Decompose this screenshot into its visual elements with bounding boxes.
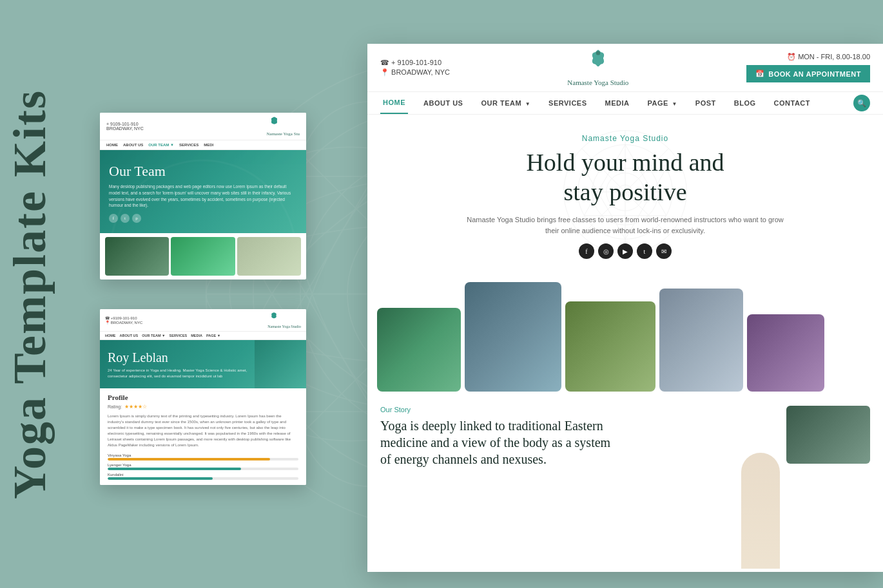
star-rating: ★★★★☆ [124, 404, 147, 410]
logo-text: Namaste Yoga Studio [567, 79, 628, 86]
page-dropdown-arrow: ▼ [672, 101, 677, 107]
card2-nav-page[interactable]: PAGE ▼ [206, 334, 220, 337]
nav-services[interactable]: SERVICES [546, 93, 589, 113]
card2-contact: ☎ +9109-101-910 📍 BROADWAY, NYC [105, 316, 142, 325]
bar-vinyasa-fill [108, 458, 270, 460]
logo: Namaste Yoga Studio [567, 49, 628, 86]
card2-hero: Roy Leblan 24 Year of experience in Yoga… [100, 340, 306, 388]
card1-nav-services[interactable]: SERVICES [179, 143, 199, 147]
bar-kundalini: Kundalini [108, 473, 298, 480]
card1-logo-text: Namaste Yoga Stu [266, 131, 300, 137]
facebook-icon[interactable]: f [579, 243, 594, 259]
card1-tw-icon[interactable]: t [121, 214, 130, 223]
nav-contact[interactable]: CONTACT [771, 93, 813, 113]
person-name: Roy Leblan [108, 350, 298, 365]
card2-nav-services[interactable]: SERVICES [170, 334, 188, 337]
gallery-image-4 [659, 289, 743, 392]
navigation-bar: HOME ABOUT US OUR TEAM ▼ SERVICES MEDIA … [367, 92, 883, 115]
card2-nav-about[interactable]: ABOUT US [120, 334, 139, 337]
card2-logo: Namaste Yoga Studio [267, 312, 301, 328]
vertical-text-container: Yoga Template Kits [6, 89, 53, 498]
card1-social-icons: f t p [109, 214, 297, 223]
bar-vinyasa-track [108, 458, 298, 460]
card1-nav-ourteam[interactable]: OUR TEAM ▼ [148, 143, 174, 147]
address: 📍 BROADWAY, NYC [380, 68, 450, 77]
hero-section: Namaste Yoga Studio Hold your mind and s… [367, 115, 883, 282]
card1-img-1 [105, 237, 169, 276]
card1-nav-about[interactable]: ABOUT US [123, 143, 143, 147]
gallery-image-2 [465, 282, 561, 392]
card1-description: Many desktop publishing packages and web… [109, 184, 297, 209]
overlay-card-roy-leblanc: ☎ +9109-101-910 📍 BROADWAY, NYC Namaste … [100, 309, 306, 485]
hero-description: Namaste Yoga Studio brings free classes … [464, 214, 786, 236]
profile-title: Profile [108, 394, 298, 401]
card1-nav-media[interactable]: MEDI [204, 143, 213, 147]
nav-post[interactable]: POST [693, 93, 719, 113]
our-story-section: Our Story Yoga is deeply linked to tradi… [367, 399, 883, 474]
twitter-icon[interactable]: t [637, 243, 652, 259]
overlay-card-our-team: + 9109-101-910 BROADWAY, NYC Namaste Yog… [100, 113, 306, 280]
top-bar: ☎ + 9109-101-910 📍 BROADWAY, NYC Namaste… [367, 44, 883, 92]
card1-logo-icon [266, 116, 282, 129]
card1-nav: HOME ABOUT US OUR TEAM ▼ SERVICES MEDI [100, 140, 306, 150]
bar-vinyasa: Vinyasa Yoga [108, 453, 298, 460]
story-text: Our Story Yoga is deeply linked to tradi… [380, 406, 773, 468]
gallery-row [367, 282, 883, 399]
card1-images [100, 233, 306, 280]
bar-lyenger-fill [108, 468, 241, 470]
story-label: Our Story [380, 406, 773, 413]
nav-media[interactable]: MEDIA [603, 93, 632, 113]
card1-address: BROADWAY, NYC [106, 126, 144, 131]
hand-decoration [741, 453, 780, 569]
card1-topbar: + 9109-101-910 BROADWAY, NYC Namaste Yog… [100, 113, 306, 140]
person-description: 24 Year of experience in Yoga and Healin… [108, 368, 249, 379]
gallery-image-5 [747, 314, 824, 392]
story-image [786, 406, 870, 464]
bar-kundalini-fill [108, 477, 213, 480]
vertical-text: Yoga Template Kits [6, 89, 53, 498]
hours: ⏰ MON - FRI, 8.00-18.00 [787, 53, 870, 61]
card2-nav-home[interactable]: HOME [105, 334, 116, 337]
card2-topbar: ☎ +9109-101-910 📍 BROADWAY, NYC Namaste … [100, 309, 306, 332]
rating-label: Rating: [108, 404, 122, 409]
nav-blog[interactable]: BLOG [732, 93, 759, 113]
nav-home[interactable]: HOME [380, 92, 408, 114]
book-appointment-button[interactable]: 📅 BOOK AN APPOINTMENT [746, 65, 870, 82]
card1-hero: Our Team Many desktop publishing package… [100, 150, 306, 233]
bar-kundalini-track [108, 477, 298, 480]
card1-contact: + 9109-101-910 BROADWAY, NYC [106, 122, 144, 131]
card1-logo: Namaste Yoga Stu [266, 116, 300, 137]
skill-bars: Vinyasa Yoga Lyenger Yoga Kundalini [108, 453, 298, 480]
card1-nav-home[interactable]: HOME [106, 143, 118, 147]
nav-our-team[interactable]: OUR TEAM ▼ [478, 93, 533, 113]
gallery-image-3 [565, 301, 655, 392]
profile-lorem-text: Lorem Ipsum is simply dummy text of the … [108, 413, 298, 448]
card1-fb-icon[interactable]: f [109, 214, 118, 223]
email-icon[interactable]: ✉ [656, 243, 672, 259]
instagram-icon[interactable]: ◎ [598, 243, 614, 259]
nav-about[interactable]: ABOUT US [421, 93, 465, 113]
bar-lyenger-track [108, 468, 298, 470]
our-team-dropdown-arrow: ▼ [525, 101, 530, 107]
main-website-mockup: ☎ + 9109-101-910 📍 BROADWAY, NYC Namaste… [367, 44, 883, 572]
card2-logo-text: Namaste Yoga Studio [267, 325, 301, 328]
search-button[interactable]: 🔍 [853, 95, 870, 111]
bar-lyenger-label: Lyenger Yoga [108, 463, 298, 467]
card1-pin-icon[interactable]: p [132, 214, 141, 223]
phone-number: ☎ + 9109-101-910 [380, 59, 450, 67]
card2-phone: ☎ +9109-101-910 [105, 316, 142, 320]
hero-subtitle: Namaste Yoga Studio [393, 134, 857, 143]
card2-nav: HOME ABOUT US OUR TEAM ▼ SERVICES MEDIA … [100, 332, 306, 340]
social-icons-row: f ◎ ▶ t ✉ [393, 243, 857, 259]
logo-icon [582, 49, 614, 75]
card2-nav-team[interactable]: OUR TEAM ▼ [142, 334, 165, 337]
top-bar-right: ⏰ MON - FRI, 8.00-18.00 📅 BOOK AN APPOIN… [746, 53, 870, 82]
nav-page[interactable]: PAGE ▼ [645, 93, 680, 113]
card1-phone: + 9109-101-910 [106, 122, 144, 126]
hero-title: Hold your mind and stay positive [393, 148, 857, 207]
card2-nav-media[interactable]: MEDIA [191, 334, 202, 337]
card1-img-3 [237, 237, 301, 276]
top-bar-contact: ☎ + 9109-101-910 📍 BROADWAY, NYC [380, 59, 450, 77]
svg-point-22 [596, 51, 600, 55]
youtube-icon[interactable]: ▶ [617, 243, 633, 259]
